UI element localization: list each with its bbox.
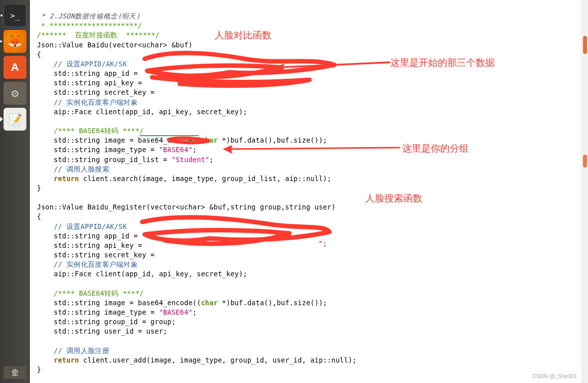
launcher-firefox-icon[interactable] <box>3 30 26 53</box>
code-content[interactable]: * 2.JSON数据传输概念(明天) * *******************… <box>30 0 588 383</box>
code-line: } <box>37 366 41 374</box>
launcher-software-center-icon[interactable] <box>3 56 26 79</box>
code-line: * *********************/ <box>37 21 142 29</box>
annotation-label: 这里是你的分组 <box>402 142 469 155</box>
code-line: std::string group_id = group; <box>37 318 176 326</box>
scrollbar-thumb[interactable] <box>583 36 587 54</box>
code-line: * 2.JSON数据传输概念(明天) <box>37 12 140 20</box>
code-line: aip::Face client(app_id, api_key, secret… <box>37 108 247 116</box>
code-line: // 调用人脸注册 <box>37 347 109 355</box>
code-line: std::string image = base64_encode((char … <box>37 299 327 307</box>
scrollbar-thumb[interactable] <box>583 155 587 168</box>
launcher-text-editor-icon[interactable] <box>3 108 26 131</box>
annotation-label: 人脸搜索函数 <box>365 192 422 205</box>
vertical-scrollbar[interactable] <box>581 0 588 383</box>
annotation-label: 这里是开始的那三个数据 <box>390 56 495 69</box>
code-line: { <box>37 50 41 58</box>
code-line: std::string group_id_list = "Student"; <box>37 156 214 164</box>
code-line: // 实例化百度客户端对象 <box>37 98 138 106</box>
launcher-settings-icon[interactable] <box>3 82 26 105</box>
code-line: std::string image_type = "BASE64"; <box>37 146 197 154</box>
code-line: std::string image_type = "BASE64"; <box>37 308 197 316</box>
annotation-label: 人脸对比函数 <box>215 29 272 42</box>
ubuntu-launcher <box>0 0 30 383</box>
code-line: std::string api_key = <box>37 241 146 249</box>
code-line: // 实例化百度客户端对象 <box>37 260 138 268</box>
code-line: // 设置APPID/AK/SK <box>37 222 127 230</box>
code-line: std::string app_id = <box>37 232 142 240</box>
watermark-text: CSDN @_She001 <box>533 373 577 379</box>
code-line: aip::Face client(app_id, api_key, secret… <box>37 270 247 278</box>
code-line: /**** BASE64转码 ****/ <box>37 127 144 135</box>
code-line: std::string user_id = user; <box>37 327 167 335</box>
code-line: return client.search(image, image_type, … <box>37 175 331 183</box>
code-line: std::string image = base64_encode((char … <box>37 136 327 144</box>
code-line: // 调用人脸搜索 <box>37 165 109 173</box>
code-line: } <box>37 184 41 192</box>
launcher-terminal-icon[interactable] <box>3 4 26 27</box>
launcher-trash-icon[interactable] <box>3 366 26 379</box>
code-editor: * 2.JSON数据传输概念(明天) * *******************… <box>30 0 588 383</box>
code-line: std::string app_id = <box>37 69 142 77</box>
code-line: Json::Value Baidu(vector<uchar> &buf) <box>37 41 193 49</box>
code-line: Json::Value Baidu_Register(vector<uchar>… <box>37 203 335 211</box>
code-line: // 设置APPID/AK/SK <box>37 60 127 68</box>
code-line: std::string secret_key = <box>37 251 159 259</box>
code-line: std::string api_key = <box>37 79 146 87</box>
code-line: std::string secret_key = <box>37 88 159 96</box>
code-line: /****** 百度对接函数 *******/ <box>37 31 160 39</box>
code-line: { <box>37 212 41 220</box>
code-line: return client.user_add(image, image_type… <box>37 356 357 364</box>
code-line: /**** BASE64转码 ****/ <box>37 289 144 297</box>
